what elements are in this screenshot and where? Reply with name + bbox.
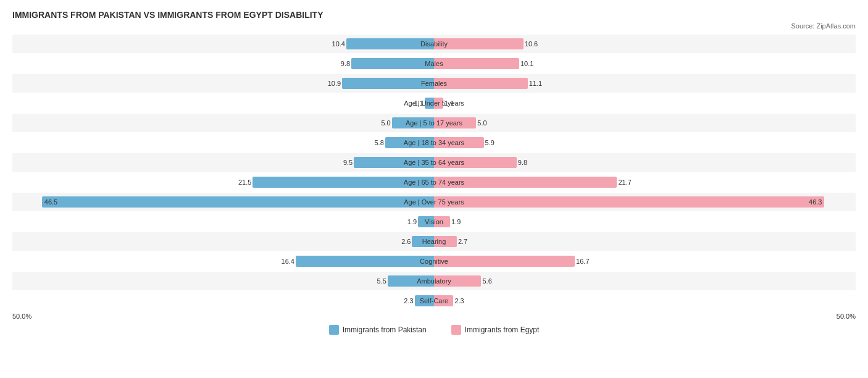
bar-label: Age | Over 75 years (404, 198, 464, 206)
left-value: 46.5 (44, 198, 57, 206)
bar-label: Vision (425, 218, 443, 225)
bar-row: 5.5 Ambulatory 5.6 (12, 272, 856, 290)
axis-labels: 50.0% 50.0% (12, 313, 856, 320)
right-value: 2.3 (454, 297, 464, 304)
left-value: 9.8 (341, 60, 350, 67)
bar-row: 16.4 Cognitive 16.7 (12, 252, 856, 271)
bar-row: 21.5 Age | 65 to 74 years 21.7 (12, 173, 856, 191)
bar-label: Age | 5 to 17 years (406, 119, 462, 127)
left-value: 9.5 (343, 159, 353, 166)
bar-row: 5.8 Age | 18 to 34 years 5.9 (12, 133, 856, 152)
bar-row: 10.9 Females 11.1 (12, 74, 856, 93)
blue-bar (42, 196, 434, 208)
pink-bar (434, 196, 824, 208)
legend: Immigrants from Pakistan Immigrants from… (12, 325, 856, 335)
left-value: 5.0 (381, 119, 390, 127)
bar-row: 5.0 Age | 5 to 17 years 5.0 (12, 114, 856, 132)
bar-row: 1.9 Vision 1.9 (12, 212, 856, 231)
bar-label: Cognitive (420, 258, 448, 265)
legend-box-pink (451, 325, 461, 335)
right-value: 10.6 (525, 40, 538, 48)
bar-label: Disability (420, 40, 448, 48)
bar-row: 10.4 Disability 10.6 (12, 35, 856, 53)
blue-bar (342, 78, 434, 89)
bar-label: Ambulatory (417, 277, 451, 285)
bar-row: 2.6 Hearing 2.7 (12, 232, 856, 251)
bar-row: 9.5 Age | 35 to 64 years 9.8 (12, 153, 856, 172)
bar-row: 1.1 Age | Under 5 years 1.1 (12, 94, 856, 112)
left-value: 5.5 (377, 277, 386, 285)
right-value: 1.1 (444, 99, 454, 107)
left-value: 21.5 (238, 178, 251, 186)
blue-bar (351, 58, 434, 69)
right-value: 5.6 (482, 277, 491, 285)
right-value: 11.1 (529, 80, 542, 87)
left-value: 2.3 (404, 297, 413, 304)
pink-bar (434, 58, 519, 69)
left-value: 2.6 (401, 238, 411, 245)
left-value: 1.9 (407, 218, 417, 225)
chart-title: IMMIGRANTS FROM PAKISTAN VS IMMIGRANTS F… (12, 10, 856, 20)
axis-right: 50.0% (837, 313, 856, 320)
legend-item-pink: Immigrants from Egypt (451, 325, 540, 335)
right-value: 5.0 (477, 119, 486, 127)
bar-label: Age | 65 to 74 years (404, 178, 464, 186)
legend-item-blue: Immigrants from Pakistan (329, 325, 427, 335)
chart-rows-wrapper: 10.4 Disability 10.6 9.8 (12, 35, 856, 310)
left-value: 5.8 (374, 139, 383, 146)
right-value: 2.7 (458, 238, 467, 245)
chart-container: IMMIGRANTS FROM PAKISTAN VS IMMIGRANTS F… (12, 10, 856, 335)
right-value: 46.3 (809, 198, 822, 206)
right-value: 16.7 (576, 258, 589, 265)
axis-left: 50.0% (12, 313, 31, 320)
right-value: 5.9 (485, 139, 495, 146)
bar-label: Age | 35 to 64 years (404, 159, 464, 166)
right-value: 10.1 (520, 60, 533, 67)
bar-label: Females (421, 80, 447, 87)
legend-label-pink: Immigrants from Egypt (465, 326, 540, 334)
bar-label: Age | Under 5 years (404, 99, 464, 107)
right-value: 21.7 (618, 178, 631, 186)
bar-row: 46.5 Age | Over 75 years 46.3 (12, 193, 856, 211)
bar-label: Age | 18 to 34 years (404, 139, 464, 146)
right-value: 1.9 (451, 218, 461, 225)
right-value: 9.8 (518, 159, 527, 166)
pink-bar (434, 256, 575, 267)
legend-label-blue: Immigrants from Pakistan (343, 326, 427, 334)
bar-row: 2.3 Self-Care 2.3 (12, 292, 856, 310)
legend-box-blue (329, 325, 339, 335)
bar-label: Males (425, 60, 443, 67)
left-value: 16.4 (282, 258, 294, 265)
bar-row: 9.8 Males 10.1 (12, 54, 856, 73)
left-value: 10.4 (332, 40, 345, 48)
blue-bar (296, 256, 434, 267)
chart-source: Source: ZipAtlas.com (12, 22, 856, 30)
bar-label: Self-Care (420, 297, 448, 304)
bar-label: Hearing (422, 238, 446, 245)
pink-bar (434, 78, 528, 89)
left-value: 10.9 (328, 80, 341, 87)
